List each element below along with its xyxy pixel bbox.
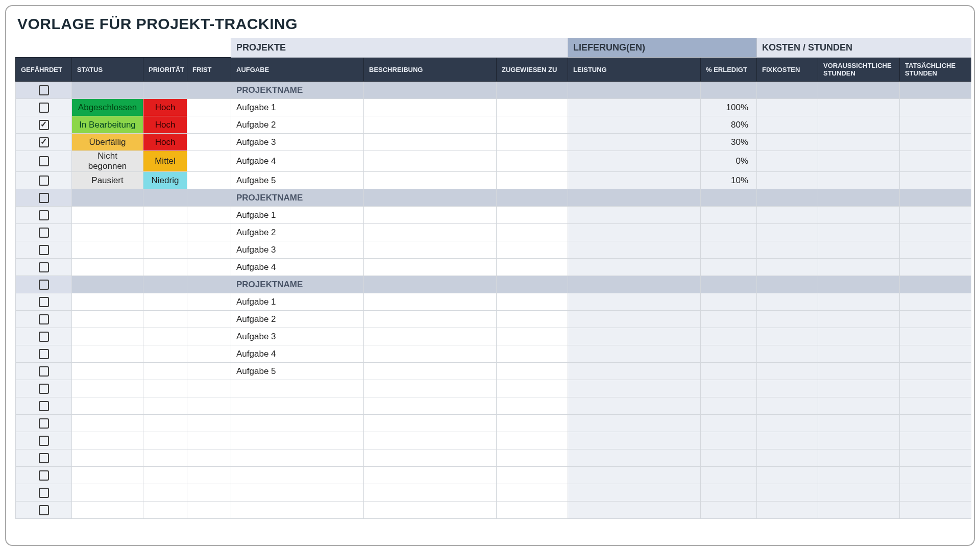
task-cell[interactable]: Aufgabe 4 <box>231 259 364 276</box>
fixcost-cell[interactable] <box>757 189 818 207</box>
estimated-hours-cell[interactable] <box>818 311 900 328</box>
gefaehrdet-cell[interactable] <box>16 380 72 397</box>
assigned-cell[interactable] <box>497 189 568 207</box>
checkbox[interactable] <box>39 366 49 377</box>
description-cell[interactable] <box>364 449 497 467</box>
task-row[interactable]: Aufgabe 2 <box>16 224 971 241</box>
status-cell[interactable] <box>72 276 143 293</box>
description-cell[interactable] <box>364 116 497 134</box>
performance-cell[interactable] <box>568 397 701 415</box>
estimated-hours-cell[interactable] <box>818 99 900 116</box>
percent-done-cell[interactable] <box>701 484 757 502</box>
status-cell[interactable] <box>72 397 143 415</box>
performance-cell[interactable] <box>568 259 701 276</box>
gefaehrdet-cell[interactable] <box>16 484 72 502</box>
priority-cell[interactable] <box>143 259 187 276</box>
description-cell[interactable] <box>364 311 497 328</box>
percent-done-cell[interactable] <box>701 467 757 484</box>
gefaehrdet-cell[interactable] <box>16 467 72 484</box>
percent-done-cell[interactable] <box>701 82 757 99</box>
gefaehrdet-cell[interactable] <box>16 276 72 293</box>
assigned-cell[interactable] <box>497 484 568 502</box>
actual-hours-cell[interactable] <box>900 345 971 363</box>
priority-cell[interactable]: Mittel <box>143 151 187 172</box>
status-cell[interactable] <box>72 82 143 99</box>
checkbox[interactable] <box>39 176 49 186</box>
percent-done-cell[interactable]: 10% <box>701 172 757 189</box>
actual-hours-cell[interactable] <box>900 311 971 328</box>
task-row[interactable]: ÜberfälligHochAufgabe 330% <box>16 134 971 151</box>
description-cell[interactable] <box>364 241 497 259</box>
fixcost-cell[interactable] <box>757 172 818 189</box>
checkbox[interactable] <box>39 384 49 394</box>
col-aufgabe[interactable]: AUFGABE <box>231 58 364 82</box>
assigned-cell[interactable] <box>497 82 568 99</box>
task-row[interactable]: Aufgabe 3 <box>16 241 971 259</box>
fixcost-cell[interactable] <box>757 224 818 241</box>
description-cell[interactable] <box>364 345 497 363</box>
frist-cell[interactable] <box>187 397 231 415</box>
status-cell[interactable]: Nicht begonnen <box>72 151 143 172</box>
gefaehrdet-cell[interactable] <box>16 116 72 134</box>
description-cell[interactable] <box>364 502 497 519</box>
task-cell[interactable] <box>231 432 364 449</box>
percent-done-cell[interactable] <box>701 207 757 224</box>
percent-done-cell[interactable] <box>701 328 757 345</box>
description-cell[interactable] <box>364 363 497 380</box>
assigned-cell[interactable] <box>497 432 568 449</box>
estimated-hours-cell[interactable] <box>818 293 900 311</box>
priority-cell[interactable]: Hoch <box>143 99 187 116</box>
task-cell[interactable]: PROJEKTNAME <box>231 82 364 99</box>
blank-row[interactable] <box>16 415 971 432</box>
task-cell[interactable]: Aufgabe 1 <box>231 293 364 311</box>
percent-done-cell[interactable] <box>701 259 757 276</box>
actual-hours-cell[interactable] <box>900 134 971 151</box>
task-row[interactable]: Nicht begonnenMittelAufgabe 40% <box>16 151 971 172</box>
performance-cell[interactable] <box>568 328 701 345</box>
estimated-hours-cell[interactable] <box>818 241 900 259</box>
actual-hours-cell[interactable] <box>900 502 971 519</box>
performance-cell[interactable] <box>568 207 701 224</box>
task-cell[interactable]: Aufgabe 2 <box>231 224 364 241</box>
gefaehrdet-cell[interactable] <box>16 134 72 151</box>
task-cell[interactable]: Aufgabe 5 <box>231 363 364 380</box>
description-cell[interactable] <box>364 432 497 449</box>
assigned-cell[interactable] <box>497 380 568 397</box>
status-cell[interactable] <box>72 467 143 484</box>
assigned-cell[interactable] <box>497 467 568 484</box>
frist-cell[interactable] <box>187 99 231 116</box>
status-cell[interactable] <box>72 363 143 380</box>
actual-hours-cell[interactable] <box>900 241 971 259</box>
frist-cell[interactable] <box>187 467 231 484</box>
checkbox[interactable] <box>39 103 49 113</box>
col-beschreibung[interactable]: BESCHREIBUNG <box>364 58 497 82</box>
description-cell[interactable] <box>364 207 497 224</box>
task-cell[interactable]: Aufgabe 2 <box>231 311 364 328</box>
priority-cell[interactable]: Hoch <box>143 116 187 134</box>
task-row[interactable]: PausiertNiedrigAufgabe 510% <box>16 172 971 189</box>
fixcost-cell[interactable] <box>757 380 818 397</box>
description-cell[interactable] <box>364 259 497 276</box>
percent-done-cell[interactable] <box>701 224 757 241</box>
task-cell[interactable]: Aufgabe 3 <box>231 328 364 345</box>
frist-cell[interactable] <box>187 328 231 345</box>
actual-hours-cell[interactable] <box>900 467 971 484</box>
checkbox[interactable] <box>39 488 49 498</box>
status-cell[interactable] <box>72 345 143 363</box>
task-cell[interactable]: Aufgabe 2 <box>231 116 364 134</box>
assigned-cell[interactable] <box>497 397 568 415</box>
blank-row[interactable] <box>16 432 971 449</box>
fixcost-cell[interactable] <box>757 151 818 172</box>
status-cell[interactable] <box>72 449 143 467</box>
checkbox[interactable] <box>39 418 49 429</box>
assigned-cell[interactable] <box>497 449 568 467</box>
checkbox[interactable] <box>39 505 49 515</box>
description-cell[interactable] <box>364 99 497 116</box>
estimated-hours-cell[interactable] <box>818 276 900 293</box>
priority-cell[interactable]: Hoch <box>143 134 187 151</box>
status-cell[interactable]: Abgeschlossen <box>72 99 143 116</box>
priority-cell[interactable] <box>143 293 187 311</box>
fixcost-cell[interactable] <box>757 432 818 449</box>
col-frist[interactable]: FRIST <box>187 58 231 82</box>
checkbox[interactable] <box>39 85 49 95</box>
